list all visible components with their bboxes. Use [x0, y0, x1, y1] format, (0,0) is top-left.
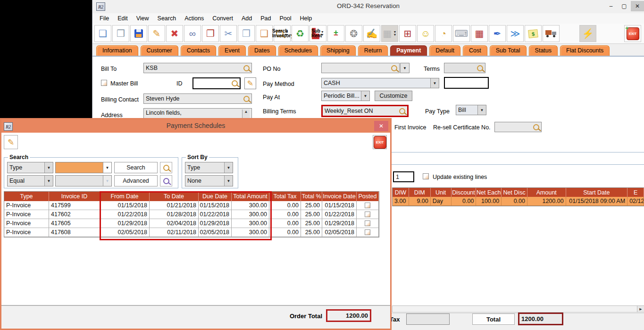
total-button[interactable]: Total [472, 313, 515, 325]
resell-certificate-field[interactable] [494, 122, 542, 132]
copy-icon[interactable]: ❐ [238, 25, 255, 42]
menu-add[interactable]: Add [237, 14, 256, 23]
chevron-down-icon[interactable]: ▼ [430, 78, 439, 88]
delivery-truck-icon[interactable] [543, 25, 560, 42]
sort-primary-combo[interactable]: Type▼ [185, 162, 233, 173]
edit-pencil-icon[interactable]: ✎ [148, 25, 165, 42]
org-chart-icon[interactable]: ⊞ [399, 25, 416, 42]
search-icon[interactable] [232, 80, 238, 86]
search-icon[interactable] [243, 96, 250, 102]
search-icon-button[interactable] [160, 162, 172, 173]
dialog-exit-button[interactable]: EXIT [373, 135, 387, 149]
pay-forward-icon[interactable]: ≫ [507, 25, 524, 42]
horizontal-scrollbar[interactable]: ▶ [392, 305, 644, 313]
search-icon[interactable] [399, 108, 405, 114]
menu-search[interactable]: Search [153, 14, 181, 23]
quantity-field[interactable]: 1 [393, 171, 414, 182]
pay-method-combo[interactable]: CASH▼ [321, 78, 439, 88]
billing-contact-field[interactable]: Steven Hyde [143, 93, 252, 104]
table-row[interactable]: P-Invoice41759901/15/201801/21/201801/15… [4, 201, 379, 210]
advanced-button[interactable]: Advanced [114, 175, 158, 186]
menu-help[interactable]: Help [296, 14, 317, 23]
chevron-down-icon[interactable]: ▼ [103, 162, 111, 173]
search-button[interactable]: Search [114, 162, 158, 173]
pay-method-extra-field[interactable] [444, 77, 489, 89]
print-icon[interactable]: ❒ [112, 25, 129, 42]
po-no-field[interactable] [321, 63, 400, 73]
posted-checkbox[interactable] [365, 212, 370, 217]
search-field-combo[interactable]: Type▼ [7, 162, 53, 173]
maximize-button[interactable]: ▢ [618, 1, 631, 11]
terms-field[interactable] [444, 63, 485, 73]
cut-scissors-icon[interactable]: ✂ [220, 25, 237, 42]
tab-information[interactable]: Information [96, 45, 138, 56]
sort-secondary-combo[interactable]: None▼ [185, 175, 233, 186]
search-icon[interactable] [533, 124, 539, 130]
folder-clock-icon[interactable]: ◔ [435, 25, 452, 42]
run-lightning-icon[interactable]: ⚡ [579, 25, 596, 42]
menu-actions[interactable]: Actions [180, 14, 208, 23]
advanced-search-icon-button[interactable] [160, 175, 172, 186]
smiley-icon[interactable]: ☺ [417, 25, 434, 42]
add-remove-line-icon[interactable]: +– [327, 25, 344, 42]
exit-button[interactable]: EXIT+ [624, 25, 641, 42]
paste-icon[interactable]: ❑ [256, 25, 273, 42]
tab-flat-discounts[interactable]: Flat Discounts [560, 45, 610, 56]
tab-contacts[interactable]: Contacts [181, 45, 216, 56]
chevron-down-icon[interactable]: ▼ [44, 176, 53, 186]
menu-edit[interactable]: Edit [113, 14, 132, 23]
table-row[interactable]: P-Invoice41760802/05/201802/11/201802/05… [4, 228, 379, 237]
blocks-icon[interactable]: ▦ [471, 25, 488, 42]
search-operator-combo[interactable]: Equal▼ [7, 175, 53, 186]
scroll-right-icon[interactable]: ▶ [637, 306, 644, 312]
keyboard-key-icon[interactable]: ⌨ [453, 25, 470, 42]
chevron-down-icon[interactable]: ▼ [44, 162, 53, 173]
find-binoculars-icon[interactable]: ∞ [184, 25, 201, 42]
menu-view[interactable]: View [132, 14, 153, 23]
spinner-arrows-icon[interactable]: ▼▼ [393, 31, 396, 36]
master-bill-checkbox[interactable] [101, 80, 107, 86]
dollar-note-icon[interactable]: $ [525, 25, 542, 42]
calendar-icon[interactable]: ▦▼▼ [381, 25, 398, 42]
tab-cost[interactable]: Cost [463, 45, 487, 56]
id-field[interactable] [192, 77, 241, 89]
tax-field[interactable] [406, 313, 450, 325]
notepad-edit-icon[interactable]: ✍ [363, 25, 380, 42]
table-row[interactable]: P-Invoice41760501/29/201802/04/201801/29… [4, 219, 379, 228]
close-button[interactable]: ✕ [631, 1, 644, 11]
bill-to-field[interactable]: KSB [143, 63, 252, 73]
posted-checkbox[interactable] [365, 229, 370, 235]
tab-event[interactable]: Event [218, 45, 246, 56]
tab-payment[interactable]: Payment [390, 45, 427, 56]
table-row[interactable]: 3.009.00Day0.00100.000.001200.0001/15/20… [393, 197, 644, 206]
tab-schedules[interactable]: Schedules [278, 45, 318, 56]
chevron-down-icon[interactable]: ▼ [224, 176, 233, 186]
chevron-down-icon[interactable]: ▼ [224, 162, 233, 173]
menu-convert[interactable]: Convert [208, 14, 237, 23]
tab-status[interactable]: Status [529, 45, 558, 56]
chevron-down-icon[interactable]: ▼ [361, 91, 369, 101]
search-icon[interactable] [243, 65, 250, 71]
delete-icon[interactable]: ✖ [166, 25, 183, 42]
menu-file[interactable]: File [95, 14, 113, 23]
customize-button[interactable]: Customize [375, 91, 412, 101]
new-document-icon[interactable]: ❑ [94, 25, 111, 42]
edit-pencil-button[interactable]: ✎ [4, 135, 18, 149]
tab-default[interactable]: Default [429, 45, 460, 56]
posted-checkbox[interactable] [365, 220, 370, 226]
tab-dates[interactable]: Dates [248, 45, 276, 56]
tab-return[interactable]: Return [358, 45, 388, 56]
dialog-close-button[interactable]: ✕ [374, 121, 388, 131]
tab-sub-total[interactable]: Sub Total [490, 45, 527, 56]
menu-pad[interactable]: Pad [256, 14, 275, 23]
billing-terms-field[interactable]: Weekly_Reset ON [321, 105, 409, 117]
po-no-dropdown-button[interactable]: ▼ [400, 63, 410, 73]
posted-checkbox[interactable] [365, 203, 370, 208]
update-existing-checkbox[interactable] [423, 173, 429, 179]
minimize-button[interactable]: – [604, 1, 618, 11]
tab-shipping[interactable]: Shipping [320, 45, 356, 56]
search-icon[interactable] [391, 65, 397, 71]
menu-pool[interactable]: Pool [275, 14, 295, 23]
convert-icon[interactable]: ♻ [292, 25, 309, 42]
edit-pencil-button[interactable]: ✎ [244, 77, 256, 89]
